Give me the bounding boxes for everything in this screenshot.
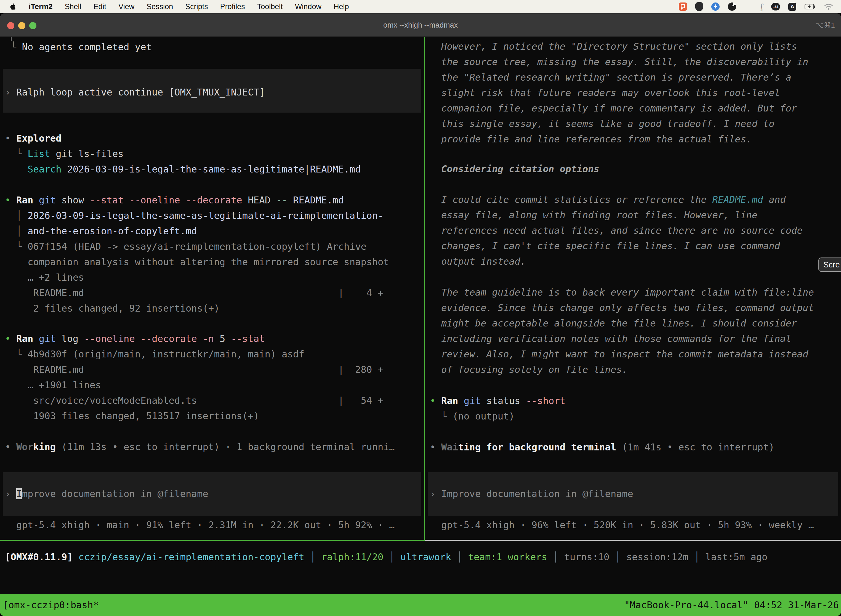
terminal-line: └ 4b9d30f (origin/main, instructkr/main,… [5,346,304,362]
apple-logo-icon[interactable] [10,3,16,10]
terminal-line: I could cite commit statistics or refere… [430,192,786,207]
screen: iTerm2ShellEditViewSessionScriptsProfile… [0,0,841,616]
terminal-line: review. Also, I might want to inspect th… [430,346,808,362]
terminal-line: • Ran git log --oneline --decorate -n 5 … [5,331,265,346]
terminal-line: gpt-5.4 xhigh · main · 91% left · 2.31M … [5,517,394,532]
terminal-line: • Ran git show --stat --oneline --decora… [5,192,344,208]
terminal-line: └ List git ls-files [5,146,124,161]
terminal-line: └ (no output) [430,408,514,424]
iterm-window: omx --xhigh --madmax ⌥⌘1 └ No agents com… [0,13,841,616]
terminal-line: slight risk that future readers may over… [430,85,780,100]
terminal-line: gpt-5.4 xhigh · 96% left · 520K in · 5.8… [430,517,814,532]
terminal-line: this single essay, it seems like a good … [430,116,775,131]
title-bar[interactable]: omx --xhigh --madmax ⌥⌘1 [0,13,841,37]
terminal-line: provide file and line references from th… [430,131,752,147]
terminal-line: README.md | 4 + [5,285,383,301]
screen-share-tooltip: Scre [818,258,841,272]
terminal-line: │ 2026-03-09-is-legal-the-same-as-legiti… [5,208,383,223]
wifi-icon[interactable] [824,3,833,10]
terminal-line: Considering citation options [430,161,599,177]
terminal-line: src/voice/voiceModeEnabled.ts | 54 + [5,393,383,408]
terminal-line: • Ran git status --short [430,393,566,408]
menu-item-help[interactable]: Help [334,3,349,11]
terminal-line: changes, I can't cite specific file line… [430,238,780,254]
tmux-session-window[interactable]: [omx-cczip0:bash* [0,600,99,610]
menu-status-icons: ʃ ..61 A [679,2,841,12]
terminal-line: └ No agents completed yet [5,39,152,55]
screen-recording-icon[interactable] [679,3,687,11]
terminal-line: companion analysis without altering the … [5,254,389,270]
grid-shield-icon[interactable] [695,2,703,11]
terminal-line: However, I noticed the "Directory Struct… [430,39,797,54]
menu-item-scripts[interactable]: Scripts [185,3,208,11]
terminal-line: … +1901 lines [5,377,101,393]
terminal-line: • Explored [5,131,62,146]
menu-item-view[interactable]: View [119,3,134,11]
terminal-line: The team guideline is to back every impo… [430,285,814,300]
menu-items: iTerm2ShellEditViewSessionScriptsProfile… [0,3,349,11]
omx-status-line: [OMX#0.11.9] cczip/essay/ai-reimplementa… [0,549,841,565]
terminal-content: └ No agents completed yet› Ralph loop ac… [0,37,841,616]
terminal-line: 1903 files changed, 513517 insertions(+) [5,408,259,424]
battery-charging-icon[interactable] [804,4,816,9]
terminal-line: the "Related research writing" section i… [430,70,791,85]
blue-bolt-badge-icon[interactable] [711,3,719,11]
terminal-line: › Improve documentation in @filename [430,486,633,502]
terminal-line: evidence. Since this change only affects… [430,300,814,315]
terminal-line: README.md | 280 + [5,362,383,377]
menu-item-iterm2[interactable]: iTerm2 [29,3,53,11]
pane-left[interactable]: └ No agents completed yet› Ralph loop ac… [0,37,424,540]
terminal-line: › Improve documentation in @filename [5,486,208,502]
tmux-host-clock: "MacBook-Pro-44.local" 04:52 31-Mar-26 [624,600,841,610]
terminal-line: companion file, especially if more comme… [430,100,797,116]
terminal-line: • Waiting for background terminal (1m 41… [430,439,775,455]
terminal-line: │ and-the-erosion-of-copyleft.md [5,223,197,239]
menu-item-session[interactable]: Session [147,3,173,11]
pane-border-bottom-left [0,540,425,541]
terminal-line: › Ralph loop active continue [OMX_TMUX_I… [5,84,265,100]
usage-badge-icon[interactable]: ..61 [771,3,780,10]
terminal-line: references need actual files, and since … [430,223,803,238]
menu-item-shell[interactable]: Shell [65,3,81,11]
window-title: omx --xhigh --madmax [0,13,841,37]
section-squiggle-icon[interactable]: ʃ [761,2,763,12]
menu-item-window[interactable]: Window [295,3,321,11]
dots-grid-icon[interactable] [744,3,752,11]
pane-divider[interactable] [424,37,425,540]
input-source-icon[interactable]: A [788,3,796,11]
terminal-line: [OMX#0.11.9] cczip/essay/ai-reimplementa… [5,549,768,565]
terminal-line: the source tree, missing the essay. Stil… [430,54,808,70]
terminal-line: including verification notes with those … [430,331,791,346]
menu-item-profiles[interactable]: Profiles [220,3,245,11]
terminal-line: └ 067f154 (HEAD -> essay/ai-reimplementa… [5,239,366,254]
terminal-line: might be acceptable alongside the file l… [430,315,797,331]
pane-border-bottom-right [425,540,841,541]
window-shortcut-badge: ⌥⌘1 [816,13,835,37]
menu-bar: iTerm2ShellEditViewSessionScriptsProfile… [0,0,841,13]
terminal-line: of focusing solely on file lines. [430,362,627,377]
tmux-status-bar: [omx-cczip0:bash* "MacBook-Pro-44.local"… [0,594,841,616]
terminal-line: 2 files changed, 92 insertions(+) [5,301,220,316]
terminal-line: essay file, along with finding root file… [430,207,757,223]
terminal-line: • Working (11m 13s • esc to interrupt) ·… [5,439,394,455]
menu-item-edit[interactable]: Edit [94,3,107,11]
terminal-line: … +2 lines [5,270,84,285]
menu-item-toolbelt[interactable]: Toolbelt [257,3,283,11]
terminal-line: Search 2026-03-09-is-legal-the-same-as-l… [5,161,361,177]
terminal-line: output instead. [430,254,526,269]
pane-right[interactable]: However, I noticed the "Directory Struct… [425,37,841,540]
pie-wedge-icon[interactable] [728,3,736,11]
